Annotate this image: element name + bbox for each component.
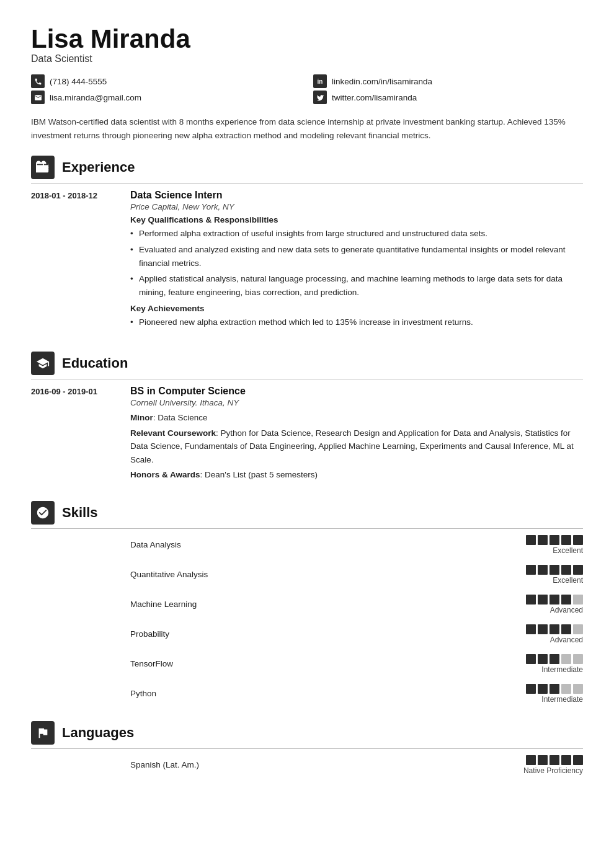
skills-section: Skills Data AnalysisExcellentQuantitativ… [31,501,583,704]
skill-dot [573,755,583,765]
honors-value: Dean's List (past 5 semesters) [205,470,318,479]
skill-level: Excellent [553,576,583,585]
skills-icon [31,501,55,525]
skill-dot [538,565,548,575]
skill-dot [538,624,548,634]
skill-rating: Excellent [526,535,583,555]
skill-dot [561,654,571,664]
minor-label: Minor [130,413,153,422]
qualifications-list: Performed alpha extraction of useful ins… [130,227,583,299]
coursework-label: Relevant Coursework [130,428,216,438]
skill-rating: Excellent [526,565,583,585]
skill-dot [561,535,571,545]
skill-dot [549,624,559,634]
skill-dot [549,755,559,765]
skill-dot [549,654,559,664]
contact-linkedin: in linkedin.com/in/lisamiranda [313,74,583,88]
school-name: Cornell University. Ithaca, NY [130,398,583,407]
skill-rating: Intermediate [526,684,583,704]
skill-row: ProbabilityAdvanced [31,624,583,644]
minor-field: Minor: Data Science [130,411,583,425]
skill-rating: Native Proficiency [523,755,583,775]
achievements-label: Key Achievements [130,304,583,313]
skill-dot [538,684,548,694]
qualifications-label: Key Qualifications & Responsibilities [130,215,583,224]
skill-dot [526,595,536,604]
languages-section: Languages Spanish (Lat. Am.)Native Profi… [31,721,583,775]
skill-dots [526,595,583,604]
skill-dot [526,684,536,694]
achievements-list: Pioneered new alpha extraction method wh… [130,316,583,329]
skill-dots [526,624,583,634]
education-section: Education 2016-09 - 2019-01 BS in Comput… [31,352,583,484]
skill-dots [526,654,583,664]
skill-rating: Advanced [526,624,583,644]
education-date: 2016-09 - 2019-01 [31,386,118,484]
education-content: BS in Computer Science Cornell Universit… [130,386,583,484]
skill-name: Quantitative Analysis [130,570,465,579]
linkedin-text: linkedin.com/in/lisamiranda [332,77,432,86]
achievement-item: Pioneered new alpha extraction method wh… [130,316,583,329]
skill-dot [526,535,536,545]
skill-dot [526,565,536,575]
qualification-item: Evaluated and analyzed existing and new … [130,243,583,270]
skill-dot [573,565,583,575]
skill-dot [549,565,559,575]
skill-dot [526,624,536,634]
contact-twitter: twitter.com/lisamiranda [313,91,583,104]
skill-dot [561,624,571,634]
skill-dot [526,654,536,664]
skill-dots [526,684,583,694]
summary-text: IBM Watson-certified data scientist with… [31,115,583,142]
education-entry: 2016-09 - 2019-01 BS in Computer Science… [31,386,583,484]
skill-row: Quantitative AnalysisExcellent [31,565,583,585]
skill-dot [573,654,583,664]
skills-list: Data AnalysisExcellentQuantitative Analy… [31,535,583,704]
skill-row: Data AnalysisExcellent [31,535,583,555]
skill-dot [561,595,571,604]
skill-name: Machine Learning [130,600,465,609]
phone-icon [31,74,45,88]
skill-dots [526,565,583,575]
honors-field: Honors & Awards: Dean's List (past 5 sem… [130,468,583,482]
candidate-title: Data Scientist [31,53,583,64]
skill-rating: Advanced [526,595,583,614]
skill-level: Advanced [550,606,583,614]
experience-date: 2018-01 - 2018-12 [31,190,118,334]
skill-dot [573,535,583,545]
education-icon [31,352,55,375]
languages-title: Languages [62,725,134,741]
skill-dot [561,755,571,765]
contact-email: lisa.miranda@gmail.com [31,91,301,104]
linkedin-icon: in [313,74,327,88]
skill-row: Machine LearningAdvanced [31,595,583,614]
skill-level: Native Proficiency [523,766,583,775]
experience-entry: 2018-01 - 2018-12 Data Science Intern Pr… [31,190,583,334]
email-text: lisa.miranda@gmail.com [50,93,141,102]
skill-level: Excellent [553,546,583,555]
honors-label: Honors & Awards [130,470,200,479]
languages-list: Spanish (Lat. Am.)Native Proficiency [31,755,583,775]
languages-icon [31,721,55,745]
experience-title: Experience [62,159,135,175]
experience-section: Experience 2018-01 - 2018-12 Data Scienc… [31,156,583,334]
coursework-field: Relevant Coursework: Python for Data Sci… [130,427,583,467]
skill-dot [573,684,583,694]
company-name: Price Capital, New York, NY [130,202,583,211]
skill-dot [549,684,559,694]
skill-dot [561,565,571,575]
skills-header: Skills [31,501,583,529]
education-title: Education [62,355,128,371]
skill-dot [538,654,548,664]
phone-text: (718) 444-5555 [50,77,107,86]
skill-level: Advanced [550,636,583,644]
skill-dot [549,535,559,545]
skill-rating: Intermediate [526,654,583,674]
degree-title: BS in Computer Science [130,386,583,397]
qualification-item: Performed alpha extraction of useful ins… [130,227,583,241]
qualification-item: Applied statistical analysis, natural la… [130,272,583,299]
skill-name: Python [130,689,465,698]
skill-row: Spanish (Lat. Am.)Native Proficiency [31,755,583,775]
candidate-name: Lisa Miranda [31,25,583,53]
skill-dot [526,755,536,765]
